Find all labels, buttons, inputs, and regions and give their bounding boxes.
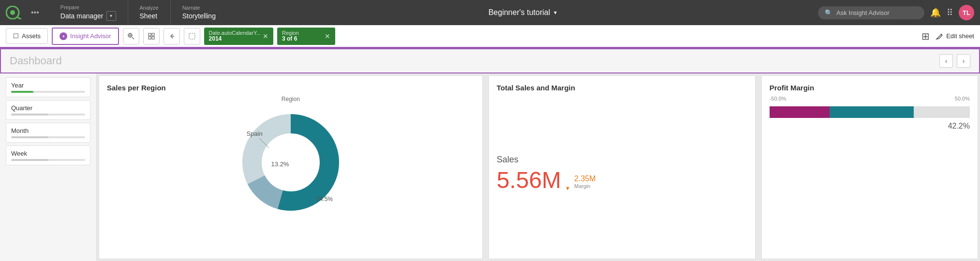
filter-item-month[interactable]: Month (6, 123, 90, 143)
filter-week-fill (11, 159, 48, 161)
svg-point-1 (10, 10, 15, 15)
filter-month-label: Month (11, 127, 85, 134)
sheet-next-button[interactable]: › (957, 54, 970, 68)
avatar[interactable]: TL (959, 5, 974, 20)
app-title[interactable]: Beginner's tutorial (489, 8, 550, 17)
logo-area: ••• (6, 6, 39, 19)
nav-center: Beginner's tutorial ▾ (227, 8, 818, 17)
spain-pct-label: 13.2% (271, 160, 289, 168)
pm-bar-container (770, 106, 970, 118)
kpi-secondary: 2.35M Margin (574, 174, 595, 189)
prepare-dropdown-arrow[interactable]: ▾ (106, 11, 116, 21)
total-sales-title: Total Sales and Margin (497, 84, 747, 92)
total-sales-chart: Total Sales and Margin Sales 5.56M ▾ 2.3… (489, 75, 756, 259)
back-icon-btn[interactable] (163, 28, 180, 44)
filter-chip-date-value: 2014 (209, 36, 222, 42)
filter-chip-date[interactable]: Date.autoCalendarY... 2014 ✕ (204, 28, 273, 45)
nav-analyze-sub: Sheet (140, 12, 159, 20)
pm-scale-right: 50.0% (955, 96, 970, 102)
toolbar-right: ⊞ Edit sheet (921, 30, 974, 42)
filter-year-label: Year (11, 82, 85, 89)
pm-value: 42.2% (770, 122, 970, 130)
filter-quarter-label: Quarter (11, 104, 85, 112)
filter-chip-region[interactable]: Region 3 of 6 ✕ (277, 28, 335, 45)
selection-box-icon (148, 32, 155, 40)
sheet-title: Dashboard (10, 55, 62, 67)
filter-item-week[interactable]: Week (6, 145, 90, 165)
filter-chip-region-close[interactable]: ✕ (325, 32, 330, 40)
donut-svg: Spain 13.2% 54.5% (228, 104, 354, 211)
grid-icon[interactable]: ⠿ (947, 7, 953, 18)
edit-sheet-button[interactable]: Edit sheet (935, 32, 974, 40)
filter-sidebar: Year Quarter Month Week (0, 73, 97, 261)
sales-per-region-chart: Sales per Region Region Spain 13.2% (99, 75, 483, 259)
sales-main-value: 5.56M (497, 169, 561, 192)
svg-line-2 (17, 17, 21, 19)
edit-icon (935, 32, 943, 40)
sheet-title-bar: Dashboard ‹ › (0, 48, 980, 73)
assets-button[interactable]: ☐ Assets (6, 28, 48, 44)
nav-prepare-label: Prepare (60, 4, 116, 11)
large-pct-label: 54.5% (316, 196, 333, 203)
filter-quarter-fill (11, 114, 48, 116)
smart-search-icon (127, 32, 135, 40)
svg-line-4 (132, 37, 134, 39)
sheet-prev-button[interactable]: ‹ (939, 54, 953, 68)
svg-rect-11 (189, 33, 195, 39)
sales-kpi: Sales 5.56M ▾ 2.35M Margin (497, 96, 747, 251)
search-icon: 🔍 (825, 9, 832, 16)
filter-week-label: Week (11, 150, 85, 157)
nav-dots[interactable]: ••• (31, 8, 39, 17)
filter-month-fill (11, 136, 48, 138)
svg-rect-8 (152, 33, 154, 36)
assets-label: Assets (22, 32, 41, 40)
main-content: Year Quarter Month Week Sale (0, 73, 980, 261)
filter-year-fill (11, 91, 33, 93)
selection-box-icon-btn[interactable] (143, 28, 160, 44)
kpi-secondary-value: 2.35M (574, 174, 595, 183)
chart-divider-2 (757, 75, 759, 259)
svg-rect-10 (152, 37, 154, 39)
lasso-icon-btn[interactable] (184, 28, 200, 44)
kpi-secondary-label: Margin (574, 183, 591, 189)
filter-chip-region-value: 3 of 6 (282, 36, 297, 42)
filter-item-year[interactable]: Year (6, 77, 90, 97)
search-placeholder: Ask Insight Advisor (836, 9, 890, 16)
svg-rect-7 (148, 33, 151, 36)
insight-advisor-button[interactable]: Insight Advisor (52, 28, 119, 45)
profit-margin-title: Profit Margin (770, 84, 970, 92)
filter-item-quarter[interactable]: Quarter (6, 100, 90, 120)
pm-scale-left: -50.0% (770, 96, 787, 102)
nav-narrate-sub: Storytelling (182, 12, 216, 20)
profit-margin-area: -50.0% 50.0% 42.2% (770, 96, 970, 251)
search-box[interactable]: 🔍 Ask Insight Advisor (818, 6, 924, 19)
donut-region-label: Region (282, 96, 300, 102)
nav-narrate-label: Narrate (182, 5, 216, 11)
filter-quarter-bar (11, 114, 85, 116)
filter-chip-date-close[interactable]: ✕ (263, 32, 268, 40)
insight-advisor-icon (59, 32, 67, 40)
grid-view-icon[interactable]: ⊞ (921, 30, 930, 42)
pm-scale: -50.0% 50.0% (770, 96, 970, 102)
pm-bar-magenta (770, 106, 830, 118)
smart-search-icon-btn[interactable] (123, 28, 139, 44)
filter-month-bar (11, 136, 85, 138)
spain-label: Spain (246, 130, 262, 137)
bell-icon[interactable]: 🔔 (930, 7, 941, 18)
nav-analyze[interactable]: Analyze Sheet (128, 0, 170, 25)
edit-sheet-label: Edit sheet (946, 32, 974, 40)
sheet-nav-buttons: ‹ › (939, 54, 970, 68)
pm-bar-teal (830, 106, 914, 118)
top-nav: ••• Prepare Data manager ▾ Analyze Sheet… (0, 0, 980, 25)
toolbar: ☐ Assets Insight Advisor (0, 25, 980, 48)
nav-narrate[interactable]: Narrate Storytelling (170, 0, 227, 25)
svg-rect-9 (148, 37, 151, 39)
sales-kpi-row: 5.56M ▾ 2.35M Margin (497, 169, 747, 192)
filter-chip-date-label: Date.autoCalendarY... (209, 30, 261, 36)
filter-year-bar (11, 91, 85, 93)
app-title-chevron[interactable]: ▾ (554, 9, 557, 16)
nav-prepare[interactable]: Prepare Data manager ▾ (49, 0, 128, 25)
filter-chip-region-label: Region (282, 30, 299, 36)
charts-area: Sales per Region Region Spain 13.2% (97, 73, 980, 261)
sales-kpi-label: Sales (497, 155, 747, 165)
